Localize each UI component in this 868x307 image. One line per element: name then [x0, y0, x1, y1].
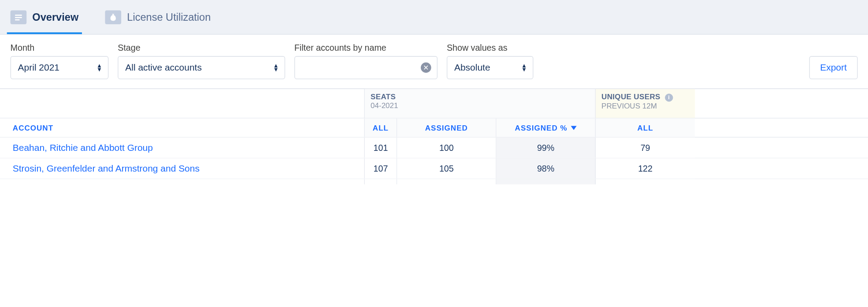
filter-name-input[interactable] — [302, 62, 417, 73]
cell-seats-all: 101 — [365, 138, 397, 158]
unique-users-group-header: UNIQUE USERS i PREVIOUS 12M — [596, 89, 695, 118]
svg-rect-2 — [15, 19, 19, 21]
col-seats-assigned-pct[interactable]: ASSIGNED % — [497, 119, 596, 137]
export-button[interactable]: Export — [809, 56, 857, 79]
show-values-label: Show values as — [447, 43, 534, 52]
cell-seats-assigned: 105 — [397, 158, 496, 179]
cell-seats-assigned-pct: 88% — [497, 179, 596, 184]
show-values-select[interactable]: Absolute ▲▼ — [447, 56, 534, 79]
table-row: Stark DVM LLC15513688%108 — [0, 179, 868, 184]
account-link[interactable]: Strosin, Greenfelder and Armstrong and S… — [0, 158, 365, 179]
cell-seats-assigned-pct: 98% — [497, 158, 596, 179]
accounts-table: SEATS 04-2021 UNIQUE USERS i PREVIOUS 12… — [0, 88, 868, 184]
show-values-value: Absolute — [454, 62, 516, 73]
stage-value: All active accounts — [125, 62, 267, 73]
cell-seats-assigned: 100 — [397, 138, 496, 158]
account-link[interactable]: Beahan, Ritchie and Abbott Group — [0, 138, 365, 158]
unique-subtitle: PREVIOUS 12M — [601, 101, 689, 110]
tab-license-label: License Utilization — [127, 11, 211, 24]
tabbar: Overview License Utilization — [0, 0, 868, 35]
month-label: Month — [11, 43, 109, 52]
table-body: Beahan, Ritchie and Abbott Group10110099… — [0, 138, 868, 184]
select-stepper-icon: ▲▼ — [273, 64, 279, 71]
svg-rect-1 — [15, 17, 22, 18]
filter-name-label: Filter accounts by name — [294, 43, 438, 52]
sort-desc-icon — [571, 126, 577, 130]
tab-license[interactable]: License Utilization — [102, 4, 215, 34]
stage-label: Stage — [118, 43, 285, 52]
tab-overview[interactable]: Overview — [7, 4, 82, 34]
col-account[interactable]: ACCOUNT — [0, 119, 365, 137]
select-stepper-icon: ▲▼ — [96, 64, 102, 71]
cell-seats-assigned-pct: 99% — [497, 138, 596, 158]
select-stepper-icon: ▲▼ — [521, 64, 527, 71]
col-seats-all[interactable]: ALL — [365, 119, 397, 137]
account-link[interactable]: Stark DVM LLC — [0, 179, 365, 184]
table-row: Beahan, Ritchie and Abbott Group10110099… — [0, 138, 868, 158]
cell-unique-all: 79 — [596, 138, 695, 158]
info-icon[interactable]: i — [665, 94, 673, 101]
seats-group-header: SEATS 04-2021 — [365, 89, 596, 118]
filter-bar: Month April 2021 ▲▼ Stage All active acc… — [0, 35, 868, 89]
money-bag-icon — [105, 11, 122, 24]
overview-icon — [11, 11, 27, 24]
month-value: April 2021 — [18, 62, 91, 73]
svg-rect-0 — [15, 15, 22, 16]
filter-name-input-wrap: ✕ — [294, 56, 438, 79]
cell-seats-assigned: 136 — [397, 179, 496, 184]
cell-unique-all: 108 — [596, 179, 695, 184]
clear-filter-icon[interactable]: ✕ — [421, 62, 431, 73]
blank-corner — [0, 89, 365, 118]
col-seats-assigned[interactable]: ASSIGNED — [397, 119, 496, 137]
cell-seats-all: 107 — [365, 158, 397, 179]
table-group-header: SEATS 04-2021 UNIQUE USERS i PREVIOUS 12… — [0, 89, 868, 118]
table-row: Strosin, Greenfelder and Armstrong and S… — [0, 158, 868, 179]
col-unique-all[interactable]: ALL — [596, 119, 695, 137]
unique-title: UNIQUE USERS i — [601, 93, 689, 101]
month-select[interactable]: April 2021 ▲▼ — [11, 56, 109, 79]
stage-select[interactable]: All active accounts ▲▼ — [118, 56, 285, 79]
seats-title: SEATS — [371, 93, 589, 101]
tab-overview-label: Overview — [32, 11, 78, 24]
cell-unique-all: 122 — [596, 158, 695, 179]
cell-seats-all: 155 — [365, 179, 397, 184]
table-column-header: ACCOUNT ALL ASSIGNED ASSIGNED % ALL — [0, 118, 868, 138]
seats-subtitle: 04-2021 — [371, 101, 589, 110]
